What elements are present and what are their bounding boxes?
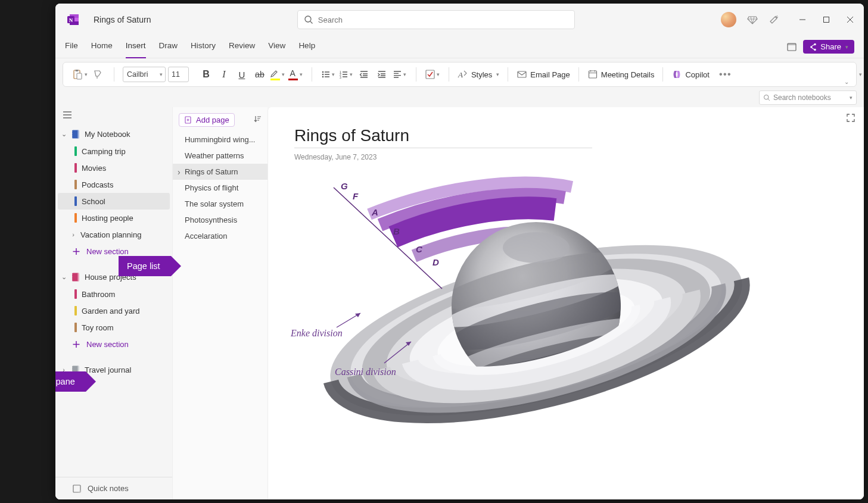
plus-icon bbox=[72, 248, 80, 255]
share-icon bbox=[809, 43, 817, 51]
svg-rect-18 bbox=[77, 73, 82, 79]
chevron-icon: ⌄ bbox=[60, 273, 67, 281]
page-item[interactable]: The solar system bbox=[173, 196, 267, 212]
plus-icon bbox=[72, 340, 80, 348]
section-color-tab bbox=[74, 163, 77, 173]
fullpage-view-icon[interactable] bbox=[786, 42, 797, 52]
chevron-icon: › bbox=[70, 231, 77, 238]
section-item[interactable]: School bbox=[58, 193, 170, 210]
section-item[interactable]: Hosting people bbox=[55, 210, 172, 226]
italic-button[interactable]: I bbox=[216, 66, 232, 83]
section-item[interactable]: Garden and yard bbox=[55, 302, 172, 319]
callout-nav-pane: Navigation pane bbox=[55, 371, 86, 392]
saturn-illustration: G F A B C D Enke division Cassini divisi… bbox=[286, 173, 751, 482]
page-item[interactable]: Hummingbird wing... bbox=[173, 132, 267, 148]
search-input[interactable] bbox=[318, 15, 568, 24]
outdent-button[interactable] bbox=[356, 66, 372, 83]
sort-pages-button[interactable] bbox=[253, 115, 262, 125]
page-item[interactable]: Weather patterns bbox=[173, 148, 267, 164]
section-label: Camping trip bbox=[82, 147, 126, 156]
section-item[interactable]: Bathroom bbox=[55, 286, 172, 302]
svg-rect-12 bbox=[788, 43, 796, 45]
section-item[interactable]: Toy room bbox=[55, 319, 172, 336]
add-page-button[interactable]: Add page bbox=[179, 113, 235, 127]
todo-tag-button[interactable]: ▾ bbox=[425, 66, 440, 83]
svg-text:F: F bbox=[353, 191, 359, 201]
search-icon bbox=[304, 15, 313, 24]
menu-view[interactable]: View bbox=[268, 41, 285, 52]
nav-toggle-button[interactable] bbox=[63, 111, 72, 121]
page-date: Wednesday, June 7, 2023 bbox=[294, 153, 838, 161]
svg-rect-57 bbox=[78, 130, 80, 138]
coming-soon-icon[interactable] bbox=[769, 14, 779, 25]
svg-rect-46 bbox=[518, 71, 526, 77]
page-item[interactable]: Photosynthesis bbox=[173, 212, 267, 228]
app-window: N Rings of Saturn FileHomeInsertDrawHist… bbox=[55, 4, 864, 499]
onenote-app-icon: N bbox=[65, 11, 82, 28]
section-item[interactable]: ›Vacation planning bbox=[55, 226, 172, 243]
underline-button[interactable]: U bbox=[234, 66, 250, 83]
highlight-button[interactable]: ▾ bbox=[270, 66, 285, 83]
format-painter-button[interactable] bbox=[90, 66, 105, 83]
section-item[interactable]: Movies bbox=[55, 160, 172, 176]
expand-page-button[interactable] bbox=[846, 113, 855, 124]
section-item[interactable]: Camping trip bbox=[55, 143, 172, 160]
email-page-button[interactable]: Email Page bbox=[513, 66, 573, 83]
section-item[interactable]: Podcasts bbox=[55, 176, 172, 193]
premium-diamond-icon[interactable] bbox=[747, 14, 758, 25]
user-avatar[interactable] bbox=[721, 12, 736, 27]
indent-button[interactable] bbox=[374, 66, 390, 83]
share-label: Share bbox=[820, 42, 841, 51]
minimize-button[interactable] bbox=[797, 14, 808, 25]
bullets-button[interactable]: ▾ bbox=[321, 66, 336, 83]
svg-rect-47 bbox=[589, 71, 596, 78]
font-name-select[interactable]: Cailbri▾ bbox=[123, 67, 166, 82]
chevron-down-icon: ▾ bbox=[845, 44, 848, 50]
paste-button[interactable]: ▾ bbox=[71, 66, 88, 83]
menu-history[interactable]: History bbox=[191, 41, 216, 52]
menu-insert[interactable]: Insert bbox=[126, 41, 146, 58]
new-section-button[interactable]: New section bbox=[55, 336, 172, 352]
svg-text:C: C bbox=[416, 244, 423, 254]
search-box[interactable] bbox=[297, 10, 575, 29]
page-item[interactable]: Accelaration bbox=[173, 228, 267, 244]
quick-notes-button[interactable]: Quick notes bbox=[55, 477, 172, 499]
title-bar: N Rings of Saturn bbox=[55, 4, 864, 36]
chevron-down-icon: ▾ bbox=[850, 95, 853, 101]
numbering-button[interactable]: 123▾ bbox=[338, 66, 354, 83]
align-button[interactable]: ▾ bbox=[392, 66, 407, 83]
font-color-button[interactable]: A▾ bbox=[288, 66, 303, 83]
ribbon-overflow-button[interactable]: ••• bbox=[719, 69, 732, 80]
meeting-details-button[interactable]: Meeting Details bbox=[584, 66, 658, 83]
close-button[interactable] bbox=[845, 14, 855, 25]
document-title: Rings of Saturn bbox=[94, 15, 151, 24]
svg-text:N: N bbox=[69, 17, 73, 23]
svg-point-70 bbox=[72, 277, 73, 278]
add-page-icon bbox=[184, 116, 192, 124]
page-canvas[interactable]: Wednesday, June 7, 2023 bbox=[267, 107, 864, 499]
menu-home[interactable]: Home bbox=[91, 41, 113, 52]
svg-point-77 bbox=[72, 367, 73, 367]
font-size-select[interactable]: 11▾ bbox=[168, 67, 189, 82]
svg-point-101 bbox=[503, 232, 570, 263]
section-color-tab bbox=[74, 323, 77, 332]
menu-draw[interactable]: Draw bbox=[159, 41, 178, 52]
ribbon-expand-button[interactable]: ⌄ bbox=[842, 79, 851, 85]
section-color-tab bbox=[74, 306, 77, 315]
notebook-item[interactable]: ⌄My Notebook bbox=[55, 125, 172, 143]
page-item[interactable]: Rings of Saturn bbox=[173, 164, 267, 180]
bold-button[interactable]: B bbox=[198, 66, 214, 83]
section-label: School bbox=[82, 197, 105, 206]
notebook-search-box[interactable]: Search notebooks ▾ bbox=[759, 90, 857, 105]
menu-help[interactable]: Help bbox=[298, 41, 315, 52]
copilot-button[interactable]: Copilot bbox=[668, 66, 713, 83]
maximize-button[interactable] bbox=[821, 14, 832, 25]
menu-bar: FileHomeInsertDrawHistoryReviewViewHelp … bbox=[55, 36, 864, 58]
menu-file[interactable]: File bbox=[65, 41, 78, 52]
page-title-input[interactable] bbox=[294, 126, 592, 148]
styles-button[interactable]: A Styles▾ bbox=[454, 66, 503, 83]
strikethrough-button[interactable]: ab bbox=[252, 66, 267, 83]
share-button[interactable]: Share ▾ bbox=[803, 40, 854, 54]
menu-review[interactable]: Review bbox=[229, 41, 255, 52]
page-item[interactable]: Physics of flight bbox=[173, 180, 267, 196]
